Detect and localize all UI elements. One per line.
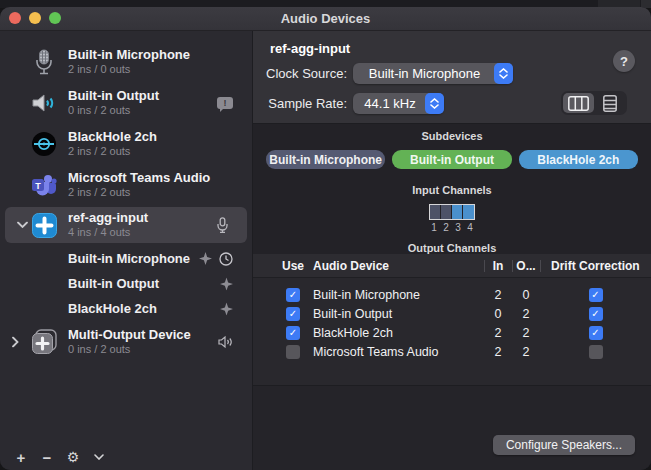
subdevice-pill-built-in-microphone[interactable]: Built-in Microphone [266,150,385,169]
sidebar-item-multi-output-device[interactable]: Multi-Output Device 0 ins / 2 outs [0,321,252,362]
multi-output-icon [31,329,57,355]
row-ins: 2 [484,288,512,302]
column-header-audio-device[interactable]: Audio Device [306,259,484,273]
detail-panel: ref-agg-input ? Clock Source: Built-in M… [253,31,651,470]
add-device-button[interactable]: + [9,446,33,468]
columns-view-button[interactable] [563,93,594,113]
sidebar-item-blackhole-2ch[interactable]: BlackHole 2ch 2 ins / 2 outs [0,123,252,164]
channel-cell-3[interactable] [452,205,463,219]
audio-devices-window: Audio Devices [0,7,651,470]
sidebar-subitem-blackhole-2ch[interactable]: BlackHole 2ch [0,296,252,321]
sidebar-subitem-built-in-microphone[interactable]: Built-in Microphone [0,246,252,271]
table-row[interactable]: ✓ Built-in Microphone 2 0 ✓ [253,285,651,304]
columns-view-icon [568,96,589,111]
table-row[interactable]: ✓ BlackHole 2ch 2 2 ✓ [253,323,651,342]
chevron-down-icon[interactable] [87,446,111,468]
subdevices-panel: Subdevices Built-in Microphone Built-in … [253,123,651,254]
list-view-icon [603,95,617,112]
use-checkbox[interactable] [286,345,300,359]
use-checkbox[interactable]: ✓ [286,307,300,321]
use-checkbox[interactable]: ✓ [286,288,300,302]
device-io-summary: 2 ins / 2 outs [68,145,157,159]
configure-speakers-button[interactable]: Configure Speakers... [493,435,635,455]
popup-chevrons-icon [425,93,444,114]
zoom-button[interactable] [49,12,61,24]
row-outs: 0 [512,288,540,302]
channel-cell-4[interactable] [463,205,474,219]
channel-numbers: 1 2 3 4 [428,222,476,233]
svg-text:T: T [35,180,41,190]
device-io-summary: 0 ins / 2 outs [68,343,191,357]
device-name: Multi-Output Device [68,327,191,343]
drift-correction-checkbox[interactable]: ✓ [589,307,603,321]
sidebar-item-built-in-microphone[interactable]: Built-in Microphone 2 ins / 0 outs [0,41,252,82]
column-header-drift-correction[interactable]: Drift Correction [540,259,651,273]
remove-device-button[interactable]: − [35,446,59,468]
row-device-name: Microsoft Teams Audio [306,345,484,359]
blackhole-icon [31,131,57,157]
clock-source-value: Built-in Microphone [353,66,494,81]
column-header-in[interactable]: In [484,259,512,273]
window-title: Audio Devices [281,11,371,26]
selected-device-title: ref-agg-input [270,41,350,56]
subdevice-table: ✓ Built-in Microphone 2 0 ✓ ✓ Built-in O… [253,278,651,385]
column-header-out[interactable]: O... [512,259,540,273]
clock-source-popup[interactable]: Built-in Microphone [353,63,513,84]
sample-rate-value: 44.1 kHz [353,96,425,111]
row-device-name: Built-in Output [306,307,484,321]
device-name: Built-in Microphone [68,47,190,63]
aggregate-device-icon [31,212,57,238]
subdevice-pill-blackhole-2ch[interactable]: BlackHole 2ch [519,150,638,169]
sidebar-item-microsoft-teams-audio[interactable]: T Microsoft Teams Audio 2 ins / 2 outs [0,164,252,205]
table-row[interactable]: ✓ Built-in Output 0 2 ✓ [253,304,651,323]
sidebar-item-ref-agg-input[interactable]: ref-agg-input 4 ins / 4 outs [5,207,247,243]
teams-icon: T [31,172,57,198]
subdevice-pills: Built-in Microphone Built-in Output Blac… [253,150,651,169]
close-button[interactable] [9,12,21,24]
traffic-lights [9,12,61,24]
row-outs: 2 [512,307,540,321]
help-button[interactable]: ? [613,50,635,72]
detail-footer: Configure Speakers... [253,385,651,470]
list-view-button[interactable] [594,93,625,113]
drift-correction-checkbox[interactable] [589,345,603,359]
device-io-summary: 2 ins / 2 outs [68,186,210,200]
device-io-summary: 4 ins / 4 outs [68,226,148,240]
popup-chevrons-icon [494,63,513,84]
view-mode-segmented-control [561,91,627,115]
activity-icon [220,302,233,315]
table-row[interactable]: Microsoft Teams Audio 2 2 [253,342,651,361]
row-ins: 0 [484,307,512,321]
row-outs: 2 [512,326,540,340]
row-device-name: Built-in Microphone [306,288,484,302]
alert-bubble-icon: ! [217,97,233,109]
subdevice-table-header: Use Audio Device In O... Drift Correctio… [253,254,651,278]
screen: Audio Devices [0,0,651,470]
sample-rate-label: Sample Rate: [253,96,353,111]
channel-cell-2[interactable] [441,205,452,219]
row-ins: 2 [484,326,512,340]
activity-icon [220,277,233,290]
output-speaker-badge-icon [218,335,233,348]
device-name: ref-agg-input [68,210,148,226]
device-name: Microsoft Teams Audio [68,170,210,186]
chevron-right-icon[interactable] [12,336,19,347]
sidebar-subitem-built-in-output[interactable]: Built-in Output [0,271,252,296]
subdevice-pill-built-in-output[interactable]: Built-in Output [392,150,511,169]
gear-icon[interactable]: ⚙ [61,446,85,468]
drift-correction-checkbox[interactable]: ✓ [589,288,603,302]
clock-icon [219,252,233,266]
chevron-down-icon[interactable] [17,222,28,229]
title-bar[interactable]: Audio Devices [0,7,651,31]
sidebar-item-built-in-output[interactable]: Built-in Output 0 ins / 2 outs ! [0,82,252,123]
channel-cell-1[interactable] [430,205,441,219]
drift-correction-checkbox[interactable]: ✓ [589,326,603,340]
use-checkbox[interactable]: ✓ [286,326,300,340]
column-header-use[interactable]: Use [280,259,306,273]
device-io-summary: 0 ins / 2 outs [68,104,159,118]
row-outs: 2 [512,345,540,359]
subdevices-heading: Subdevices [421,130,482,142]
device-name: Built-in Output [68,88,159,104]
minimize-button[interactable] [29,12,41,24]
sample-rate-popup[interactable]: 44.1 kHz [353,93,444,114]
